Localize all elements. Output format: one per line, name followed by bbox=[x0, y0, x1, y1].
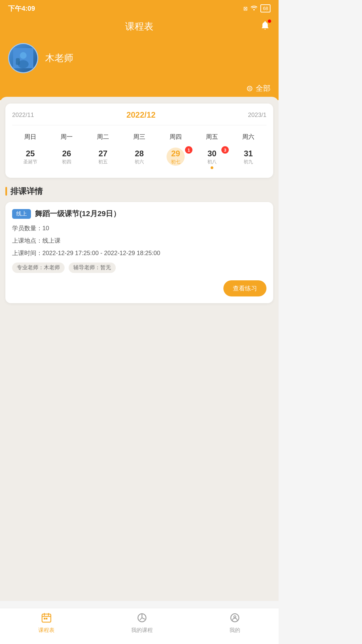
svg-rect-9 bbox=[44, 618, 45, 619]
date-sub-25: 圣诞节 bbox=[23, 159, 37, 165]
bell-button[interactable] bbox=[260, 20, 270, 32]
date-num-31: 31 bbox=[244, 149, 253, 158]
date-sub-29: 初七 bbox=[171, 159, 180, 165]
avatar-image bbox=[9, 44, 37, 72]
mine-nav-icon bbox=[229, 612, 240, 626]
filter-icon[interactable]: ⊜ bbox=[246, 84, 253, 93]
main-content: 2022/11 2022/12 2023/1 周日 周一 周二 周三 周四 周五… bbox=[0, 97, 279, 601]
bottom-nav: 课程表 我的课程 我的 bbox=[0, 608, 279, 644]
status-time: 下午4:09 bbox=[8, 4, 35, 13]
date-num-30: 30 bbox=[208, 149, 217, 158]
filter-label[interactable]: 全部 bbox=[256, 83, 270, 93]
course-name: 舞蹈一级课节(12月29日） bbox=[35, 209, 120, 219]
nav-mine-label: 我的 bbox=[229, 627, 240, 634]
date-cell-31[interactable]: 31 初九 bbox=[230, 147, 266, 171]
wifi-icon bbox=[250, 5, 258, 12]
date-cell-29[interactable]: 1 29 初七 bbox=[157, 147, 194, 171]
svg-rect-10 bbox=[46, 618, 47, 619]
svg-point-0 bbox=[253, 9, 255, 10]
date-sub-27: 初五 bbox=[98, 159, 108, 165]
profile-section: 木老师 bbox=[0, 40, 279, 83]
course-time: 上课时间：2022-12-29 17:25:00 - 2022-12-29 18… bbox=[12, 248, 266, 258]
nav-schedule[interactable]: 课程表 bbox=[38, 612, 55, 634]
date-num-26: 26 bbox=[62, 149, 71, 158]
date-sub-30: 初八 bbox=[207, 159, 217, 165]
svg-point-2 bbox=[20, 52, 27, 59]
assistant-teacher-tag: 辅导老师：暂无 bbox=[69, 263, 116, 273]
online-tag: 线上 bbox=[12, 209, 31, 219]
badge-29: 1 bbox=[185, 146, 192, 154]
badge-30: 3 bbox=[221, 146, 229, 154]
date-sub-26: 初四 bbox=[62, 159, 71, 165]
battery-icon: 68 bbox=[260, 4, 270, 12]
month-navigation: 2022/11 2022/12 2023/1 bbox=[12, 110, 266, 120]
svg-rect-4 bbox=[16, 58, 20, 65]
section-title-row: 排课详情 bbox=[5, 186, 273, 197]
nav-my-courses[interactable]: 我的课程 bbox=[131, 612, 153, 634]
course-header: 线上 舞蹈一级课节(12月29日） bbox=[12, 209, 266, 219]
schedule-nav-icon bbox=[41, 612, 52, 626]
weekday-sun: 周日 bbox=[12, 131, 48, 143]
teacher-name: 木老师 bbox=[45, 52, 73, 65]
section-bar bbox=[5, 187, 7, 196]
weekday-tue: 周二 bbox=[85, 131, 121, 143]
bell-notification-dot bbox=[268, 19, 271, 23]
weekday-mon: 周一 bbox=[48, 131, 85, 143]
date-num-25: 25 bbox=[26, 149, 35, 158]
sim-icon: ⊠ bbox=[243, 5, 248, 12]
course-location: 上课地点：线上课 bbox=[12, 236, 266, 246]
avatar bbox=[8, 43, 38, 73]
weekday-thu: 周四 bbox=[157, 131, 194, 143]
calendar-divider bbox=[12, 125, 266, 125]
page-title: 课程表 bbox=[125, 20, 153, 33]
current-month: 2022/12 bbox=[126, 110, 156, 120]
date-sub-31: 初九 bbox=[244, 159, 253, 165]
nav-courses-label: 我的课程 bbox=[131, 627, 153, 634]
weekday-sat: 周六 bbox=[230, 131, 266, 143]
date-cell-27[interactable]: 27 初五 bbox=[85, 147, 121, 171]
calendar-card: 2022/11 2022/12 2023/1 周日 周一 周二 周三 周四 周五… bbox=[5, 104, 273, 178]
section-title: 排课详情 bbox=[10, 186, 43, 197]
date-num-27: 27 bbox=[99, 149, 108, 158]
next-month[interactable]: 2023/1 bbox=[248, 112, 266, 119]
nav-mine[interactable]: 我的 bbox=[229, 612, 240, 634]
student-count: 学员数量：10 bbox=[12, 224, 266, 233]
status-icons: ⊠ 68 bbox=[243, 4, 270, 12]
dot-30 bbox=[211, 166, 213, 169]
week-header: 周日 周一 周二 周三 周四 周五 周六 bbox=[12, 131, 266, 143]
my-courses-nav-icon bbox=[137, 612, 147, 626]
main-teacher-tag: 专业老师：木老师 bbox=[12, 263, 65, 273]
date-num-29: 29 bbox=[171, 149, 180, 158]
teacher-tags: 专业老师：木老师 辅导老师：暂无 bbox=[12, 263, 266, 273]
course-card: 线上 舞蹈一级课节(12月29日） 学员数量：10 上课地点：线上课 上课时间：… bbox=[5, 202, 273, 303]
view-exercise-button[interactable]: 查看练习 bbox=[223, 280, 266, 296]
date-cell-25[interactable]: 25 圣诞节 bbox=[12, 147, 48, 171]
nav-schedule-label: 课程表 bbox=[38, 627, 55, 634]
date-num-28: 28 bbox=[135, 149, 144, 158]
date-row: 25 圣诞节 26 初四 27 初五 28 初六 1 29 bbox=[12, 147, 266, 171]
date-sub-28: 初六 bbox=[135, 159, 144, 165]
date-cell-26[interactable]: 26 初四 bbox=[48, 147, 85, 171]
date-cell-28[interactable]: 28 初六 bbox=[121, 147, 157, 171]
prev-month[interactable]: 2022/11 bbox=[12, 112, 34, 119]
weekday-fri: 周五 bbox=[194, 131, 230, 143]
weekday-wed: 周三 bbox=[121, 131, 157, 143]
status-bar: 下午4:09 ⊠ 68 bbox=[0, 0, 279, 17]
app-header: 课程表 bbox=[0, 17, 279, 40]
svg-point-13 bbox=[234, 616, 236, 618]
date-cell-30[interactable]: 3 30 初八 bbox=[194, 147, 230, 171]
